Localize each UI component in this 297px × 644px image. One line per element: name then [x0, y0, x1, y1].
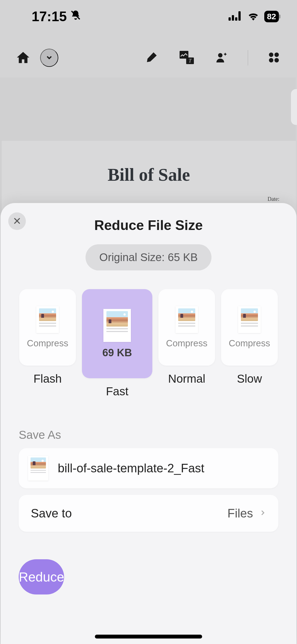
status-time: 17:15: [32, 9, 67, 24]
option-label: Flash: [34, 372, 62, 385]
wifi-icon: [247, 11, 259, 22]
svg-point-10: [274, 53, 279, 57]
compression-option-normal[interactable]: Compress: [158, 289, 215, 366]
document-thumb-icon: [103, 309, 131, 342]
reduce-button[interactable]: Reduce: [19, 559, 64, 594]
document-thumb-icon: [28, 456, 48, 481]
sheet-title: Reduce File Size: [1, 203, 296, 233]
document-date-label: Date:: [268, 196, 279, 202]
chevron-right-icon: [259, 507, 266, 519]
reduce-button-label: Reduce: [19, 569, 64, 585]
save-as-heading: Save As: [19, 428, 278, 442]
cellular-signal-icon: [229, 11, 242, 22]
original-size-badge: Original Size: 65 KB: [86, 244, 211, 270]
save-to-row[interactable]: Save to Files: [19, 495, 278, 532]
highlighter-button[interactable]: [142, 48, 161, 67]
ai-enhance-button[interactable]: [213, 48, 231, 67]
battery-indicator: 82: [264, 11, 280, 22]
document-thumb-icon: [238, 306, 261, 333]
document-title: Bill of Sale: [18, 165, 279, 185]
svg-rect-4: [238, 11, 241, 21]
home-icon: [16, 50, 31, 66]
text-image-button[interactable]: T: [177, 48, 196, 67]
close-icon: [13, 217, 21, 226]
option-label: Slow: [237, 372, 262, 385]
toolbar-separator: [248, 50, 248, 65]
notifications-off-icon: [70, 9, 81, 24]
chevron-down-icon: [45, 53, 53, 62]
compression-option-slow[interactable]: Compress: [221, 289, 278, 366]
apps-grid-button[interactable]: [265, 48, 283, 67]
option-label: Normal: [168, 372, 205, 385]
dropdown-button[interactable]: [40, 49, 58, 67]
filename-row[interactable]: bill-of-sale-template-2_Fast: [19, 448, 278, 488]
apps-grid-icon: [267, 51, 280, 65]
svg-point-12: [274, 58, 279, 62]
svg-point-11: [269, 58, 273, 62]
app-toolbar: T: [0, 40, 297, 76]
document-thumb-icon: [36, 306, 59, 333]
status-bar: 17:15 82: [0, 0, 297, 33]
option-label: Fast: [106, 385, 128, 398]
document-thumb-icon: [175, 306, 198, 333]
text-image-icon: T: [180, 51, 194, 65]
option-status: Compress: [229, 338, 270, 349]
close-button[interactable]: [8, 212, 26, 230]
svg-point-9: [269, 53, 273, 57]
compression-option-fast[interactable]: 69 KB: [82, 289, 152, 378]
option-status: 69 KB: [102, 347, 132, 359]
svg-rect-1: [229, 17, 231, 21]
filename-value: bill-of-sale-template-2_Fast: [58, 461, 204, 475]
svg-rect-2: [232, 15, 234, 21]
option-status: Compress: [166, 338, 207, 349]
compression-option-flash[interactable]: Compress: [19, 289, 76, 366]
svg-point-8: [218, 53, 222, 57]
save-to-label: Save to: [31, 506, 72, 520]
person-sparkle-icon: [215, 51, 229, 65]
scroll-indicator[interactable]: [291, 89, 297, 125]
reduce-file-size-sheet: Reduce File Size Original Size: 65 KB Co…: [1, 203, 296, 644]
highlighter-icon: [145, 51, 158, 65]
home-button[interactable]: [14, 48, 32, 67]
option-status: Compress: [27, 338, 68, 349]
compression-options: Compress Flash 69 KB Fast Compress Norma…: [1, 289, 296, 398]
svg-rect-3: [235, 17, 237, 21]
home-indicator[interactable]: [95, 635, 202, 638]
save-to-value: Files: [227, 506, 253, 520]
